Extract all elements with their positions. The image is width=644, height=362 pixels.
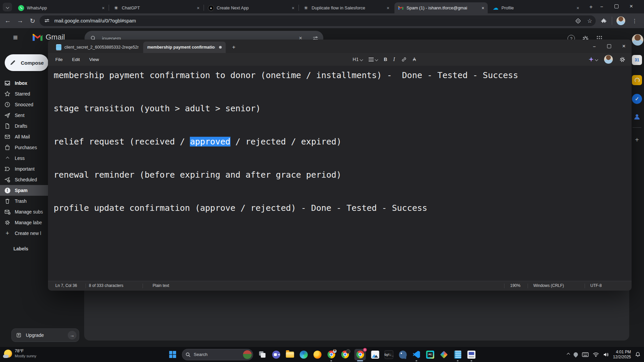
tab-close-icon[interactable]: ×: [197, 5, 200, 11]
tab-close-icon[interactable]: ×: [482, 5, 484, 11]
firefox-icon[interactable]: [313, 350, 322, 359]
tab-whatsapp[interactable]: WhatsApp ×: [15, 2, 108, 13]
document-mode: Plain text: [153, 283, 169, 288]
password-manager-icon[interactable]: [572, 18, 584, 24]
volume-icon[interactable]: [603, 352, 609, 357]
diamond-app-icon[interactable]: [440, 350, 448, 359]
notepad-app-icon[interactable]: [453, 350, 462, 359]
wifi-icon[interactable]: [593, 352, 599, 357]
window-close-button[interactable]: ×: [624, 0, 639, 13]
notepad-new-tab-button[interactable]: +: [229, 43, 238, 52]
menu-edit[interactable]: Edit: [67, 57, 85, 62]
cursor-position: Ln 7, Col 36: [55, 283, 77, 288]
contacts-icon[interactable]: [632, 112, 642, 122]
notepad-editor[interactable]: membership payment confirmation to donor…: [48, 66, 632, 281]
reload-icon[interactable]: ↻: [28, 16, 38, 25]
italic-button[interactable]: I: [393, 56, 395, 62]
tab-close-icon[interactable]: ×: [387, 5, 389, 11]
compose-button[interactable]: Compose: [5, 54, 48, 71]
notepad-settings-button[interactable]: [619, 56, 626, 63]
tab-duplicate-flow[interactable]: ✳ Duplicate flow in Salesforce ×: [300, 2, 393, 13]
spam-alert-icon: !: [0, 188, 15, 193]
copilot-button[interactable]: [589, 57, 598, 62]
gmail-hamburger-icon[interactable]: ≡: [10, 32, 21, 43]
clock-date: 12/2/2025: [613, 355, 631, 360]
taskbar-clock[interactable]: 4:01 PM 12/2/2025: [613, 350, 631, 360]
postgresql-icon[interactable]: [398, 350, 407, 359]
chevron-down-icon: [6, 5, 9, 9]
chrome-profile2-icon[interactable]: [341, 350, 350, 359]
bold-button[interactable]: B: [384, 57, 387, 62]
vscode-icon[interactable]: [412, 350, 421, 359]
tasks-icon[interactable]: ✓: [632, 94, 642, 104]
tab-close-icon[interactable]: ×: [292, 5, 294, 11]
pycharm-icon[interactable]: PC: [426, 350, 435, 359]
site-info-icon[interactable]: [40, 18, 54, 23]
upgrade-button[interactable]: Upgrade →: [11, 328, 79, 342]
list-style-button[interactable]: [369, 58, 378, 61]
chat-app-icon[interactable]: [272, 350, 281, 359]
notepad-tab-membership[interactable]: membership payment confirmatior: [143, 42, 226, 53]
touch-keyboard-icon[interactable]: [582, 352, 589, 357]
tab-create-next-app[interactable]: ▲ Create Next App ×: [205, 2, 298, 13]
sidebar-item-label: Important: [15, 166, 35, 172]
tab-close-icon[interactable]: ×: [102, 5, 105, 11]
tab-search-button[interactable]: [3, 3, 12, 11]
notepad-window: client_secret_2_60053885332-2reqe52rribc…: [48, 40, 632, 290]
heading-style-button[interactable]: H1: [353, 57, 363, 62]
link-icon: [401, 57, 407, 62]
notepad-account-avatar[interactable]: [604, 55, 613, 64]
back-icon[interactable]: ←: [3, 16, 13, 25]
notepad-minimize-button[interactable]: −: [587, 41, 601, 52]
menu-file[interactable]: File: [51, 57, 67, 62]
chrome-active-icon[interactable]: S: [355, 349, 366, 360]
notepad-close-button[interactable]: ×: [617, 41, 631, 52]
notification-bell-icon[interactable]: [635, 352, 641, 357]
get-addons-icon[interactable]: +: [633, 135, 641, 144]
restore-icon: [607, 44, 611, 48]
browser-tab-strip: WhatsApp × ✳ ChatGPT × ▲ Create Next App…: [0, 0, 644, 13]
address-bar[interactable]: mail.google.com/mail/u/0/?ogbl#spam ☆: [40, 15, 596, 26]
profile-badge: [333, 349, 337, 353]
window-minimize-button[interactable]: −: [594, 0, 609, 13]
chrome-profile1-icon[interactable]: [327, 350, 336, 359]
browser-profile-avatar[interactable]: [616, 16, 625, 25]
keep-icon[interactable]: [632, 75, 642, 85]
zoom-level[interactable]: 190%: [510, 283, 521, 288]
calendar-icon[interactable]: 31: [632, 55, 642, 65]
clear-formatting-button[interactable]: A: [413, 57, 416, 62]
sidebar-item-label: Trash: [15, 198, 26, 204]
notepad-maximize-button[interactable]: [602, 41, 616, 52]
shopping-bag-icon: [0, 144, 15, 150]
start-button[interactable]: [168, 350, 177, 359]
taskbar-weather-widget[interactable]: 78°F Mostly sunny: [4, 349, 36, 359]
link-button[interactable]: [401, 57, 407, 62]
tray-drop-icon[interactable]: [573, 351, 579, 357]
tab-gmail-spam[interactable]: Spam (1) - ishann.tforce@gmai ×: [394, 2, 488, 13]
bookmark-star-icon[interactable]: ☆: [584, 17, 596, 24]
tab-profile[interactable]: ☁ Profile ×: [489, 2, 583, 13]
window-maximize-button[interactable]: [609, 0, 624, 13]
weather-condition: Mostly sunny: [15, 354, 36, 359]
tab-chatgpt[interactable]: ✳ ChatGPT ×: [110, 2, 203, 13]
browser-menu-icon[interactable]: ⋮: [630, 16, 639, 25]
tab-close-icon[interactable]: ×: [577, 5, 579, 11]
edge-icon[interactable]: [300, 350, 308, 359]
sidebar-item-label: Purchases: [15, 145, 37, 150]
forward-icon[interactable]: →: [15, 16, 25, 25]
menu-view[interactable]: View: [85, 57, 104, 62]
hidden-icons-chevron[interactable]: [567, 353, 570, 356]
taskbar-search[interactable]: Search: [182, 349, 253, 360]
notepad-tab-client-secret[interactable]: client_secret_2_60053885332-2reqe52rribc: [52, 42, 143, 53]
extensions-icon[interactable]: [599, 16, 608, 25]
sidebar-item-label: Manage subs: [15, 209, 43, 215]
taskpro-app-icon[interactable]: [467, 350, 476, 359]
photos-app-icon[interactable]: [371, 350, 380, 359]
task-view-button[interactable]: [258, 350, 267, 359]
sidebar-item-label: Snoozed: [15, 102, 33, 107]
terminal-icon[interactable]: &gt;_: [385, 350, 393, 359]
file-explorer-icon[interactable]: [286, 350, 294, 359]
editor-line: renewal reminder (before expiring and af…: [54, 169, 341, 180]
editor-line: stage transition (youth > adult > senior…: [54, 103, 261, 114]
gmail-profile-avatar[interactable]: [632, 34, 643, 46]
